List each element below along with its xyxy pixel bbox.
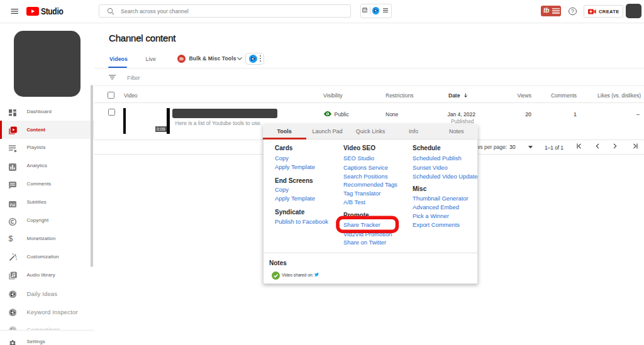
svg-text:x: x bbox=[12, 253, 14, 256]
svg-text:x: x bbox=[16, 258, 17, 261]
